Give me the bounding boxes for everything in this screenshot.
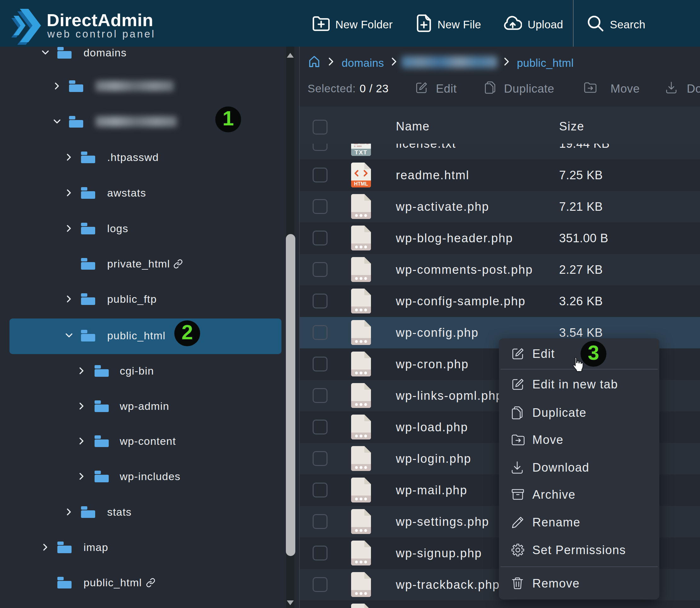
svg-text:HTML: HTML [354,181,368,187]
svg-text:TXT: TXT [354,149,367,156]
